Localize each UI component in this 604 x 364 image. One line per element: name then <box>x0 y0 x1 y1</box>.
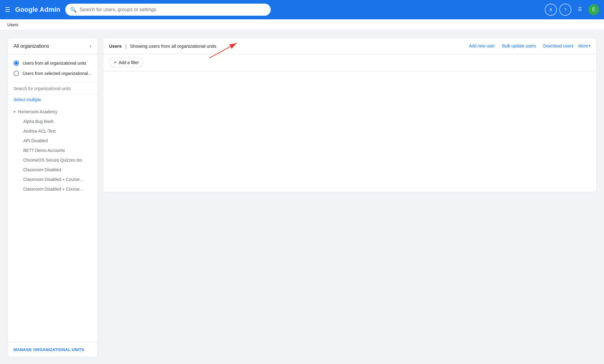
list-item[interactable]: Classroom Disabled + Course... <box>8 184 98 194</box>
top-navigation: ☰ Google Admin 🔍 8 ? ⠿ E <box>0 0 604 19</box>
radio-all-orgs[interactable]: Users from all organizational units <box>14 58 92 68</box>
add-new-user-button[interactable]: Add new user <box>467 42 497 50</box>
add-filter-button[interactable]: + Add a filter <box>109 58 143 67</box>
avatar[interactable]: E <box>588 4 599 15</box>
google-admin-logo: Google Admin <box>15 6 60 14</box>
content-body <box>103 71 596 192</box>
breadcrumb-label: Users <box>7 22 18 27</box>
sidebar-footer: MANAGE ORGANIZATIONAL UNITS <box>8 342 98 357</box>
breadcrumb: Users <box>0 19 604 31</box>
nav-icon-group: 8 ? ⠿ E <box>545 4 599 16</box>
sidebar-panel: All organizations ‹ Users from all organ… <box>7 38 98 357</box>
apps-icon-btn[interactable]: ⠿ <box>574 4 586 16</box>
org-search-input[interactable] <box>14 86 92 91</box>
radio-all-orgs-label: Users from all organizational units <box>23 61 86 66</box>
main-layout: All organizations ‹ Users from all organ… <box>0 31 604 364</box>
search-input[interactable] <box>80 7 266 12</box>
list-item[interactable]: ChromeOS Secure Quizzes tes <box>8 155 98 165</box>
chevron-down-icon: ▾ <box>14 110 15 114</box>
toolbar-title: Users <box>109 43 122 49</box>
menu-icon[interactable]: ☰ <box>5 6 10 13</box>
org-parent-item[interactable]: ▾ Homeroom Academy <box>8 107 98 117</box>
main-content-panel: Users | Showing users from all organizat… <box>103 38 597 192</box>
logo-admin: Admin <box>40 6 60 13</box>
radio-selected-orgs[interactable]: Users from selected organizational... <box>14 68 92 79</box>
manage-org-units-link[interactable]: MANAGE ORGANIZATIONAL UNITS <box>14 347 84 352</box>
org-tree: ▾ Homeroom Academy Alpha Bug Bash Andrea… <box>8 105 98 342</box>
search-icon: 🔍 <box>70 6 77 13</box>
list-item[interactable]: Andrea-ACL-Test <box>8 126 98 136</box>
list-item[interactable]: Alpha Bug Bash <box>8 117 98 126</box>
logo-google: Google <box>15 6 40 13</box>
add-filter-label: Add a filter <box>119 60 139 65</box>
sidebar-collapse-button[interactable]: ‹ <box>90 43 92 49</box>
account-icon-btn[interactable]: 8 <box>545 4 557 16</box>
radio-selected-orgs-label: Users from selected organizational... <box>23 71 91 76</box>
radio-all-orgs-circle <box>14 60 19 66</box>
chevron-down-icon: ▾ <box>589 44 590 48</box>
more-label: More <box>578 43 588 48</box>
content-toolbar: Users | Showing users from all organizat… <box>103 38 596 54</box>
more-dropdown-button[interactable]: More ▾ <box>578 43 590 48</box>
list-item[interactable]: BETT Demo Accounts <box>8 146 98 155</box>
list-item[interactable]: Classroom Disabled + Course... <box>8 175 98 184</box>
plus-icon: + <box>114 60 117 65</box>
radio-selected-orgs-circle <box>14 71 19 76</box>
org-parent-label: Homeroom Academy <box>18 109 57 114</box>
toolbar-separator: | <box>125 43 127 49</box>
help-icon-btn[interactable]: ? <box>559 4 571 16</box>
content-area: Users | Showing users from all organizat… <box>103 38 597 357</box>
download-users-button[interactable]: Download users <box>541 42 576 50</box>
org-search-bar[interactable] <box>8 82 98 95</box>
global-search-bar[interactable]: 🔍 <box>65 4 271 16</box>
filter-bar: + Add a filter <box>103 54 596 71</box>
list-item[interactable]: Classroom Disabled <box>8 165 98 175</box>
select-multiple-link[interactable]: Select multiple <box>8 95 98 105</box>
sidebar-header: All organizations ‹ <box>8 38 98 54</box>
sidebar-title: All organizations <box>14 43 49 49</box>
toolbar-subtitle: Showing users from all organizational un… <box>130 43 216 49</box>
org-unit-radio-group: Users from all organizational units User… <box>8 54 98 82</box>
bulk-update-users-button[interactable]: Bulk update users <box>500 42 538 50</box>
list-item[interactable]: API Disabled <box>8 136 98 146</box>
